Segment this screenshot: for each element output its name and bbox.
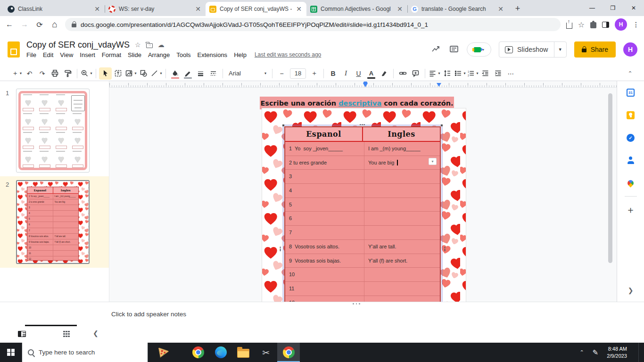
star-icon[interactable]: ☆	[135, 41, 141, 49]
cell-espanol[interactable]: 11	[285, 282, 364, 296]
move-folder-icon[interactable]	[146, 43, 153, 48]
cell-espanol[interactable]: 6	[285, 212, 364, 225]
taskbar-clock[interactable]: 8:48 AM 2/9/2023	[607, 346, 630, 360]
table-row[interactable]: 1 Yo soy _joven_____I am _(m) young_____	[285, 142, 440, 156]
reload-icon[interactable]: ⟳	[35, 20, 44, 29]
align-button[interactable]: ▾	[428, 67, 441, 80]
highlight-color-button[interactable]	[378, 67, 390, 80]
increase-indent-button[interactable]	[492, 67, 504, 80]
insert-shape-button[interactable]	[137, 67, 150, 80]
table-header-row[interactable]: Espanol Ingles	[285, 127, 440, 142]
header-espanol[interactable]: Espanol	[285, 127, 363, 141]
tray-pen-icon[interactable]: ✎	[593, 348, 599, 357]
decrease-font-size-button[interactable]: −	[275, 67, 288, 80]
browser-tab[interactable]: WS: ser v-day✕	[105, 2, 206, 16]
italic-button[interactable]: I	[339, 67, 352, 80]
browser-tab[interactable]: ClassLink✕	[4, 2, 105, 16]
browser-profile-avatar[interactable]: H	[615, 18, 627, 31]
undo-button[interactable]: ↶	[23, 67, 36, 80]
menu-extensions[interactable]: Extensions	[194, 50, 231, 59]
slideshow-dropdown[interactable]: ▼	[554, 42, 566, 57]
taskbar-search-box[interactable]: Type here to search	[22, 343, 148, 362]
cell-ingles[interactable]	[364, 184, 440, 197]
collapse-toolbar-icon[interactable]: ⌃	[624, 67, 636, 80]
cell-ingles[interactable]: I am _(m) young_____	[364, 142, 440, 156]
speaker-notes-panel[interactable]: Click to add speaker notes	[0, 302, 644, 326]
cell-ingles[interactable]	[364, 170, 440, 183]
cell-ingles[interactable]	[364, 226, 440, 239]
taskbar-chrome-icon[interactable]	[187, 343, 209, 362]
table-row[interactable]: 7	[285, 226, 440, 240]
comment-history-icon[interactable]	[449, 44, 459, 55]
cell-espanol[interactable]: 3	[285, 170, 364, 183]
activity-dashboard-icon[interactable]	[431, 44, 441, 55]
new-tab-button[interactable]: +	[511, 2, 524, 15]
cell-ingles[interactable]: Y'all (f) are short.	[364, 254, 440, 268]
border-dash-button[interactable]	[207, 67, 220, 80]
slides-logo[interactable]	[8, 41, 20, 58]
zoom-button[interactable]: ▾	[80, 67, 93, 80]
cloud-status-icon[interactable]: ☁	[158, 41, 165, 49]
menu-tools[interactable]: Tools	[173, 50, 194, 59]
ruler-marker-icon[interactable]	[363, 82, 368, 85]
font-size-field[interactable]: 18	[290, 68, 306, 79]
filmstrip-view-icon[interactable]	[18, 331, 26, 337]
insert-link-button[interactable]	[396, 67, 409, 80]
tab-close-icon[interactable]: ✕	[396, 5, 404, 13]
select-tool-button[interactable]	[99, 67, 112, 80]
table-row[interactable]: 3	[285, 170, 440, 184]
tab-close-icon[interactable]: ✕	[93, 5, 101, 13]
cell-espanol[interactable]: 9 Vosotras sois bajas.	[285, 254, 364, 268]
print-button[interactable]	[49, 67, 61, 80]
header-ingles[interactable]: Ingles	[363, 127, 440, 141]
cell-espanol[interactable]: 8 Vosotros sois altos.	[285, 240, 364, 254]
insert-image-button[interactable]: ▾	[124, 67, 137, 80]
browser-menu-icon[interactable]: ⋮	[633, 21, 639, 28]
menu-format[interactable]: Format	[99, 50, 124, 59]
tray-show-hidden-icon[interactable]: ⌃	[579, 349, 584, 355]
menu-view[interactable]: View	[57, 50, 76, 59]
hide-side-panel-icon[interactable]: ❯	[628, 287, 634, 294]
bulleted-list-button[interactable]: ▾	[454, 67, 466, 80]
redo-button[interactable]: ↷	[36, 67, 49, 80]
insert-line-button[interactable]: ▾	[150, 67, 163, 80]
menu-slide[interactable]: Slide	[124, 50, 145, 59]
table-row[interactable]: 9 Vosotras sois bajas.Y'all (f) are shor…	[285, 254, 440, 268]
slide-title-textbox[interactable]: Escribe una oración descriptiva con cada…	[260, 97, 454, 109]
descriptiva-link[interactable]: descriptiva	[339, 99, 381, 107]
taskbar-chrome-active-icon[interactable]	[277, 343, 300, 362]
back-icon[interactable]: ←	[5, 20, 14, 29]
cell-ingles[interactable]	[364, 198, 440, 212]
fill-color-button[interactable]	[169, 67, 182, 80]
filmstrip-scrollbar[interactable]	[25, 325, 77, 326]
table-side-handle[interactable]: •••	[444, 247, 446, 252]
keep-icon[interactable]	[625, 109, 636, 121]
selection-anchor[interactable]	[441, 124, 443, 126]
pizza-shortcut-icon[interactable]	[152, 343, 174, 362]
cell-espanol[interactable]: 12	[285, 296, 364, 302]
menu-file[interactable]: File	[23, 50, 40, 59]
text-box-button[interactable]	[112, 67, 124, 80]
share-button[interactable]: Share	[574, 41, 616, 58]
slide-thumbnail-1[interactable]: 1 ♥♥♥♥♥♥♥♥♥♥♥♥♥♥♥	[0, 85, 109, 176]
taskbar-snipping-tool-icon[interactable]: ✂	[255, 343, 277, 362]
table-side-handle[interactable]: •••	[280, 247, 281, 252]
text-color-button[interactable]: A	[365, 67, 378, 80]
cell-espanol[interactable]: 7	[285, 226, 364, 239]
border-weight-button[interactable]	[194, 67, 207, 80]
browser-tab[interactable]: Gtranslate - Google Search✕	[407, 2, 508, 16]
menu-help[interactable]: Help	[231, 50, 250, 59]
tab-close-icon[interactable]: ✕	[194, 5, 202, 13]
menu-edit[interactable]: Edit	[40, 50, 57, 59]
cell-ingles[interactable]	[364, 268, 440, 281]
meet-call-button[interactable]: ▾	[467, 42, 491, 57]
font-family-select[interactable]: Arial▾	[226, 68, 269, 79]
insert-comment-button[interactable]	[409, 67, 422, 80]
slide-page[interactable]: ••• ••• ••• Espanol Ingles 1 Yo soy _jov…	[262, 108, 466, 302]
table-row[interactable]: 12	[285, 296, 440, 302]
ruler-column-marker-icon[interactable]	[437, 83, 441, 87]
horizontal-ruler[interactable]	[109, 81, 617, 88]
get-addons-icon[interactable]: ＋	[625, 204, 636, 215]
spellcheck-dropdown-icon[interactable]: ▼	[429, 158, 437, 165]
cell-espanol[interactable]: 2 tu eres grande	[285, 156, 364, 170]
